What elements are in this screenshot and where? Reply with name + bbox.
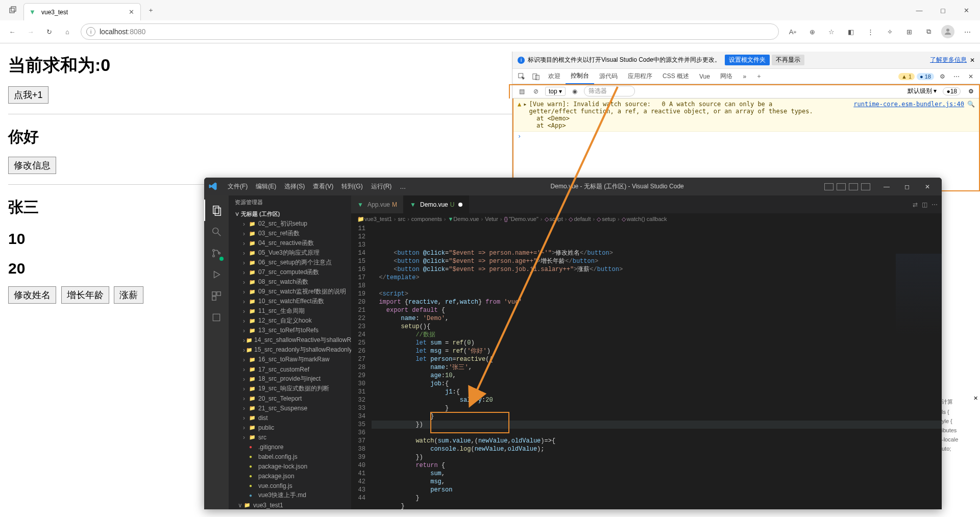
- tree-item[interactable]: ›📁08_src_watch函数: [229, 277, 351, 287]
- more-actions-icon[interactable]: ⋯: [932, 201, 938, 208]
- tree-item[interactable]: ∨📁vue3_test1: [229, 500, 351, 509]
- search-icon[interactable]: 🔍: [967, 101, 975, 129]
- tab-sources[interactable]: 源代码: [594, 69, 623, 84]
- context-selector[interactable]: top ▾: [545, 87, 566, 96]
- menu-goto[interactable]: 转到(G): [337, 182, 366, 191]
- tree-item[interactable]: ›📁02_src_初识setup: [229, 219, 351, 229]
- menu-select[interactable]: 选择(S): [280, 182, 309, 191]
- tree-item[interactable]: ›📁src: [229, 432, 351, 442]
- forward-button[interactable]: →: [21, 22, 40, 41]
- device-toggle-icon[interactable]: [529, 69, 543, 84]
- tree-item[interactable]: ›📁dist: [229, 413, 351, 423]
- menu-view[interactable]: 查看(V): [309, 182, 337, 191]
- hide-banner-button[interactable]: 不再显示: [772, 55, 804, 65]
- read-aloud-icon[interactable]: A»: [783, 22, 802, 41]
- extra-icon[interactable]: [204, 307, 229, 328]
- extension3-icon[interactable]: ✧: [880, 22, 899, 41]
- tree-file[interactable]: ●vue3快速上手.md: [229, 490, 351, 500]
- collections-icon[interactable]: ⊞: [899, 22, 919, 41]
- tree-item[interactable]: ›📁12_src_自定义hook: [229, 316, 351, 326]
- close-window-button[interactable]: ✕: [954, 2, 978, 18]
- menu-run[interactable]: 运行(R): [367, 182, 396, 191]
- profile-avatar[interactable]: [941, 25, 954, 38]
- console-settings-icon[interactable]: ⚙: [964, 88, 978, 95]
- tree-item[interactable]: ›📁14_src_shallowReactive与shallowRef: [229, 335, 351, 345]
- tree-file[interactable]: ●.gitignore: [229, 442, 351, 452]
- tree-item[interactable]: ›📁20_src_Teleport: [229, 393, 351, 403]
- tree-item[interactable]: ›📁11_src_生命周期: [229, 306, 351, 316]
- tree-file[interactable]: ●package-lock.json: [229, 461, 351, 471]
- tree-item[interactable]: ›📁03_src_ref函数: [229, 229, 351, 238]
- vscode-titlebar[interactable]: 文件(F) 编辑(E) 选择(S) 查看(V) 转到(G) 运行(R) … De…: [204, 178, 942, 195]
- vscode-maximize-button[interactable]: ◻: [897, 178, 917, 195]
- devtools-close-icon[interactable]: ✕: [964, 69, 978, 84]
- filter-input[interactable]: 筛选器: [584, 86, 635, 96]
- tree-item[interactable]: ›📁06_src_setup的两个注意点: [229, 258, 351, 267]
- tree-item[interactable]: ›📁16_src_toRaw与markRaw: [229, 355, 351, 364]
- extension-icon[interactable]: ◧: [841, 22, 861, 41]
- tab-demo-vue[interactable]: ▼Demo.vueU: [404, 195, 469, 213]
- zoom-icon[interactable]: ⊕: [802, 22, 822, 41]
- debug-icon[interactable]: [204, 264, 229, 285]
- layout-icons[interactable]: [824, 183, 870, 190]
- raise-salary-button[interactable]: 涨薪: [114, 286, 143, 304]
- tree-item[interactable]: ›📁17_src_customRef: [229, 364, 351, 374]
- learn-more-link[interactable]: 了解更多信息: [930, 56, 967, 64]
- back-button[interactable]: ←: [3, 22, 21, 41]
- tab-welcome[interactable]: 欢迎: [543, 69, 566, 84]
- tree-item[interactable]: ›📁13_src_toRef与toRefs: [229, 326, 351, 335]
- workspace-label[interactable]: ∨ 无标题 (工作区): [229, 209, 351, 219]
- more-menu-icon[interactable]: ⋯: [958, 22, 977, 41]
- tree-item[interactable]: ›📁19_src_响应式数据的判断: [229, 384, 351, 393]
- tab-network[interactable]: 网络: [715, 69, 738, 84]
- tab-close-icon[interactable]: ✕: [127, 8, 135, 16]
- new-tab-button[interactable]: ＋: [143, 3, 158, 18]
- tree-item[interactable]: ›📁07_src_computed函数: [229, 267, 351, 277]
- tree-item[interactable]: ›📁10_src_watchEffect函数: [229, 297, 351, 306]
- warning-source-link[interactable]: runtime-core.esm-bundler.js:40: [853, 101, 964, 129]
- banner-close-icon[interactable]: ✕: [970, 57, 975, 64]
- editor-tab-actions[interactable]: ⇄◫⋯: [909, 195, 942, 213]
- tree-item[interactable]: ›📁05_Vue3的响应式原理: [229, 248, 351, 258]
- home-button[interactable]: ⌂: [58, 22, 77, 41]
- modify-info-button[interactable]: 修改信息: [8, 157, 56, 174]
- tree-file[interactable]: ●vue.config.js: [229, 481, 351, 490]
- info-count-badge[interactable]: ● 18: [917, 73, 934, 80]
- vscode-close-button[interactable]: ✕: [917, 178, 938, 195]
- source-control-icon[interactable]: [204, 242, 229, 264]
- minimize-button[interactable]: —: [908, 2, 931, 18]
- extension4-icon[interactable]: ⧉: [919, 22, 938, 41]
- console-warning-row[interactable]: ▲ ▸ [Vue warn]: Invalid watch source: 0 …: [513, 99, 979, 132]
- clear-console-icon[interactable]: ⊘: [529, 84, 543, 99]
- sidebar-toggle-icon[interactable]: ▤: [514, 84, 529, 99]
- modify-name-button[interactable]: 修改姓名: [8, 286, 56, 304]
- url-input[interactable]: i localhost:8080: [81, 23, 779, 40]
- devtools-menu-icon[interactable]: ⋯: [949, 69, 964, 84]
- tree-item[interactable]: ›📁public: [229, 423, 351, 432]
- refresh-button[interactable]: ↻: [40, 22, 58, 41]
- tab-app-vue[interactable]: ▼App.vueM: [351, 195, 404, 213]
- tree-item[interactable]: ›📁09_src_watch监视ref数据的说明: [229, 287, 351, 297]
- close-icon[interactable]: ✕: [973, 395, 978, 402]
- log-level-selector[interactable]: 默认级别 ▾: [904, 86, 940, 96]
- extensions-icon[interactable]: [204, 285, 229, 307]
- new-tab-devtools-icon[interactable]: ＋: [752, 69, 766, 84]
- tree-item[interactable]: ›📁18_src_provide与inject: [229, 374, 351, 384]
- live-expression-icon[interactable]: ◉: [568, 84, 582, 99]
- tree-file[interactable]: ●babel.config.js: [229, 452, 351, 461]
- tab-console[interactable]: 控制台: [566, 69, 594, 84]
- code-editor[interactable]: 1112131415161718192021222324252627282930…: [351, 225, 942, 509]
- more-tabs-icon[interactable]: »: [738, 69, 752, 84]
- code-lines[interactable]: <button @click="$event => person.name+='…: [372, 225, 942, 509]
- compare-icon[interactable]: ⇄: [913, 201, 918, 208]
- menu-file[interactable]: 文件(F): [224, 182, 252, 191]
- set-root-folder-button[interactable]: 设置根文件夹: [725, 55, 770, 65]
- increase-age-button[interactable]: 增长年龄: [61, 286, 109, 304]
- warn-count-badge[interactable]: ▲ 1: [898, 73, 915, 80]
- tree-item[interactable]: ›📁15_src_readonly与shallowReadonly: [229, 345, 351, 355]
- vscode-minimize-button[interactable]: —: [876, 178, 897, 195]
- tab-application[interactable]: 应用程序: [623, 69, 657, 84]
- tree-item[interactable]: ›📁21_src_Suspense: [229, 403, 351, 413]
- tree-file[interactable]: ●package.json: [229, 471, 351, 481]
- explorer-icon[interactable]: [204, 200, 229, 221]
